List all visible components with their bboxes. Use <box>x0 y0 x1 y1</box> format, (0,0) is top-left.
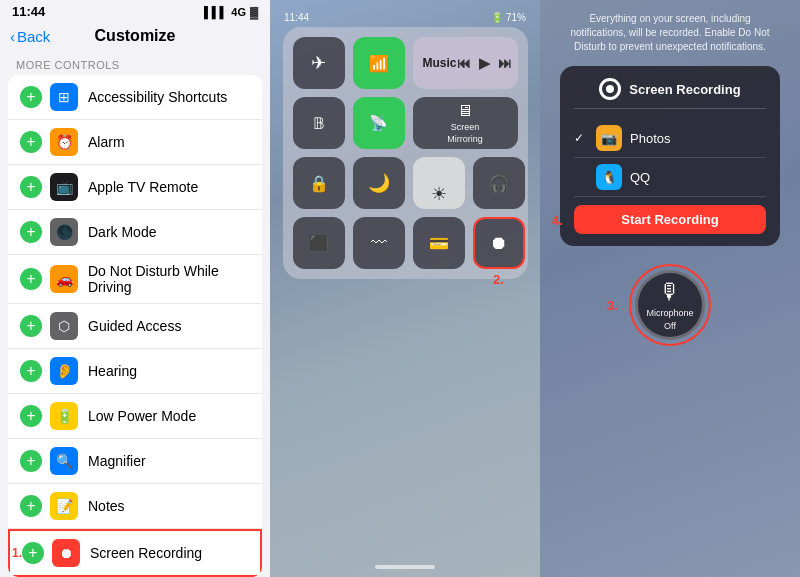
mic-highlight: 🎙 Microphone Off <box>629 264 711 346</box>
phone-battery: 🔋 71% <box>491 12 526 23</box>
add-button[interactable]: + <box>20 405 42 427</box>
add-button[interactable]: + <box>22 542 44 564</box>
wifi-btn[interactable]: 📶 <box>353 37 405 89</box>
cc-row3: 🔒 🌙 ☀ 🎧 <box>293 157 518 209</box>
section-header: MORE CONTROLS <box>0 51 270 75</box>
qq-icon: 🐧 <box>596 164 622 190</box>
item-label: Alarm <box>88 134 250 150</box>
prev-icon[interactable]: ⏮ <box>457 55 471 71</box>
microphone-label: Microphone <box>646 308 693 318</box>
popup-title-label: Screen Recording <box>629 82 740 97</box>
chevron-left-icon: ‹ <box>10 28 15 45</box>
cc-row1: ✈ 📶 Music ⏮ ▶ ⏭ <box>293 37 518 89</box>
brightness-slider[interactable]: ☀ <box>413 157 465 209</box>
home-indicator <box>375 565 435 569</box>
microphone-icon: 🎙 <box>659 279 681 305</box>
screen-recording-item[interactable]: 1. + ⏺ Screen Recording <box>8 529 262 577</box>
next-icon[interactable]: ⏭ <box>498 55 512 71</box>
cc-row4: ⬛ 〰 💳 ⏺ 2. <box>293 217 518 269</box>
add-button[interactable]: + <box>20 86 42 108</box>
list-item[interactable]: + 🔍 Magnifier <box>8 439 262 484</box>
photos-option[interactable]: ✓ 📷 Photos <box>574 119 766 158</box>
status-bar-right: ▌▌▌ 4G ▓ <box>204 6 258 18</box>
right-panel: Everything on your screen, including not… <box>540 0 800 577</box>
step-label-1: 1. <box>12 546 22 560</box>
waveform-btn[interactable]: 〰 <box>353 217 405 269</box>
add-button[interactable]: + <box>20 221 42 243</box>
apple-tv-icon: 📺 <box>50 173 78 201</box>
guided-access-icon: ⬡ <box>50 312 78 340</box>
page-title: Customize <box>95 27 176 45</box>
photos-icon: 📷 <box>596 125 622 151</box>
magnifier-icon: 🔍 <box>50 447 78 475</box>
add-button[interactable]: + <box>20 268 42 290</box>
item-label: Apple TV Remote <box>88 179 250 195</box>
item-label: Do Not Disturb While Driving <box>88 263 250 295</box>
qq-label: QQ <box>630 170 650 185</box>
list-item[interactable]: + 🔋 Low Power Mode <box>8 394 262 439</box>
cellular-btn[interactable]: 📡 <box>353 97 405 149</box>
add-button[interactable]: + <box>20 131 42 153</box>
moon-btn[interactable]: 🌙 <box>353 157 405 209</box>
list-item[interactable]: + ⊞ Accessibility Shortcuts <box>8 75 262 120</box>
battery-icon: ▓ <box>250 6 258 18</box>
list-item[interactable]: + 🚗 Do Not Disturb While Driving <box>8 255 262 304</box>
controls-list: + ⊞ Accessibility Shortcuts + ⏰ Alarm + … <box>8 75 262 577</box>
add-button[interactable]: + <box>20 315 42 337</box>
screen-recording-popup: Screen Recording ✓ 📷 Photos 🐧 QQ 4. Star… <box>560 66 780 246</box>
signal-icon: ▌▌▌ <box>204 6 227 18</box>
popup-title: Screen Recording <box>574 78 766 109</box>
cc-row2: 𝔹 📡 🖥 Screen Mirroring <box>293 97 518 149</box>
list-item[interactable]: + 🌑 Dark Mode <box>8 210 262 255</box>
music-widget[interactable]: Music ⏮ ▶ ⏭ <box>413 37 518 89</box>
accessibility-icon: ⊞ <box>50 83 78 111</box>
left-panel: 11:44 ▌▌▌ 4G ▓ ‹ Back Customize MORE CON… <box>0 0 270 577</box>
back-label: Back <box>17 28 50 45</box>
microphone-container: 3. 🎙 Microphone Off <box>629 264 711 346</box>
add-button[interactable]: + <box>20 495 42 517</box>
item-label: Low Power Mode <box>88 408 250 424</box>
list-item[interactable]: + 📝 Notes <box>8 484 262 529</box>
add-button[interactable]: + <box>20 176 42 198</box>
phone-status-bar: 11:44 🔋 71% <box>270 8 540 27</box>
screen-mirror-icon: 🖥 <box>457 102 473 120</box>
screen-mirror-sublabel: Mirroring <box>447 134 483 144</box>
list-item[interactable]: + 👂 Hearing <box>8 349 262 394</box>
middle-panel: 11:44 🔋 71% ✈ 📶 Music ⏮ ▶ ⏭ 𝔹 📡 � <box>270 0 540 577</box>
wallet-btn[interactable]: 💳 <box>413 217 465 269</box>
time: 11:44 <box>12 4 45 19</box>
add-button[interactable]: + <box>20 450 42 472</box>
screen-recording-icon: ⏺ <box>52 539 80 567</box>
play-icon[interactable]: ▶ <box>479 55 490 71</box>
list-item[interactable]: + ⏰ Alarm <box>8 120 262 165</box>
microphone-button[interactable]: 🎙 Microphone Off <box>635 270 705 340</box>
list-item[interactable]: + ⬡ Guided Access <box>8 304 262 349</box>
dnd-driving-icon: 🚗 <box>50 265 78 293</box>
screen-mirroring-btn[interactable]: 🖥 Screen Mirroring <box>413 97 518 149</box>
checkmark-icon: ✓ <box>574 131 588 145</box>
step-label-4: 4. <box>552 212 563 227</box>
item-label: Hearing <box>88 363 250 379</box>
back-button[interactable]: ‹ Back <box>10 28 50 45</box>
bluetooth-btn[interactable]: 𝔹 <box>293 97 345 149</box>
item-label: Notes <box>88 498 250 514</box>
music-label: Music <box>423 56 457 70</box>
control-center: ✈ 📶 Music ⏮ ▶ ⏭ 𝔹 📡 🖥 Screen Mirroring <box>283 27 528 279</box>
volume-btn[interactable]: 🎧 <box>473 157 525 209</box>
orientation-btn[interactable]: 🔒 <box>293 157 345 209</box>
screen-record-btn[interactable]: ⏺ 2. <box>473 217 525 269</box>
alarm-icon: ⏰ <box>50 128 78 156</box>
phone-time: 11:44 <box>284 12 309 23</box>
list-item[interactable]: + 📺 Apple TV Remote <box>8 165 262 210</box>
hearing-icon: 👂 <box>50 357 78 385</box>
airplane-mode-btn[interactable]: ✈ <box>293 37 345 89</box>
qq-option[interactable]: 🐧 QQ <box>574 158 766 197</box>
start-recording-button[interactable]: 4. Start Recording <box>574 205 766 234</box>
add-button[interactable]: + <box>20 360 42 382</box>
start-recording-label: Start Recording <box>621 212 719 227</box>
photos-label: Photos <box>630 131 670 146</box>
step-label-3: 3. <box>607 298 618 313</box>
qr-scan-btn[interactable]: ⬛ <box>293 217 345 269</box>
low-power-icon: 🔋 <box>50 402 78 430</box>
microphone-sublabel: Off <box>664 321 676 331</box>
